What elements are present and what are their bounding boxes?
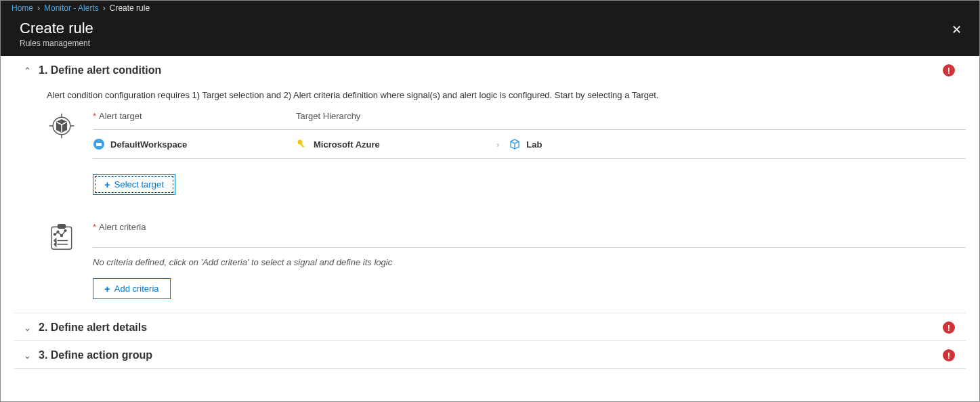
chevron-down-icon: ⌄: [22, 351, 32, 361]
select-target-label: Select target: [114, 179, 164, 189]
error-badge-icon: !: [943, 321, 955, 334]
svg-point-10: [64, 229, 66, 231]
step-3-title: 3. Define action group: [39, 349, 152, 361]
svg-rect-4: [300, 143, 304, 148]
chevron-up-icon: ⌃: [22, 66, 32, 76]
svg-point-8: [57, 231, 59, 233]
svg-rect-2: [96, 143, 102, 146]
error-badge-icon: !: [943, 349, 955, 361]
step-2-header[interactable]: ⌄ 2. Define alert details !: [14, 313, 966, 340]
workspace-icon: [93, 138, 105, 150]
plus-icon: +: [104, 179, 110, 190]
svg-rect-5: [51, 227, 71, 249]
criteria-empty-message: No criteria defined, click on 'Add crite…: [93, 252, 966, 267]
chevron-right-icon: ›: [37, 3, 40, 13]
chevron-right-icon: ›: [103, 3, 106, 13]
breadcrumb: Home › Monitor - Alerts › Create rule: [1, 1, 979, 16]
breadcrumb-current: Create rule: [110, 3, 150, 13]
subscription-key-icon: [296, 138, 308, 150]
add-criteria-button[interactable]: + Add criteria: [93, 278, 171, 299]
svg-point-9: [61, 235, 63, 237]
svg-point-7: [54, 233, 56, 236]
plus-icon: +: [104, 283, 110, 294]
alert-target-label: Alert target: [99, 111, 142, 121]
target-hierarchy-label: Target Hierarchy: [296, 111, 360, 121]
alert-target-icon: [47, 111, 79, 195]
svg-rect-6: [58, 225, 66, 229]
step-2-title: 2. Define alert details: [39, 321, 147, 334]
breadcrumb-monitor-alerts[interactable]: Monitor - Alerts: [44, 3, 99, 13]
page-title: Create rule: [20, 20, 93, 37]
step-1-title: 1. Define alert condition: [39, 64, 161, 76]
select-target-button[interactable]: + Select target: [93, 174, 175, 195]
error-badge-icon: !: [943, 64, 955, 76]
step-3-header[interactable]: ⌄ 3. Define action group !: [14, 340, 966, 369]
step-1-description: Alert condition configuration requires 1…: [47, 90, 966, 100]
resource-group-icon: [509, 138, 521, 150]
alert-criteria-icon: [47, 222, 79, 299]
hierarchy-group: Lab: [526, 139, 542, 150]
alert-target-value: DefaultWorkspace: [110, 139, 187, 150]
step-1-header[interactable]: ⌃ 1. Define alert condition !: [14, 56, 966, 83]
chevron-right-icon: ›: [492, 139, 503, 150]
step-1-body: Alert condition configuration requires 1…: [14, 83, 966, 313]
close-icon[interactable]: ✕: [947, 20, 966, 40]
add-criteria-label: Add criteria: [114, 284, 159, 294]
required-asterisk: *: [93, 111, 96, 121]
breadcrumb-home[interactable]: Home: [12, 3, 33, 13]
svg-point-3: [298, 140, 303, 145]
hierarchy-subscription: Microsoft Azure: [314, 139, 380, 150]
page-subtitle: Rules management: [20, 39, 93, 48]
chevron-down-icon: ⌄: [22, 323, 32, 333]
alert-criteria-label: Alert criteria: [99, 222, 146, 232]
required-asterisk: *: [93, 222, 96, 232]
